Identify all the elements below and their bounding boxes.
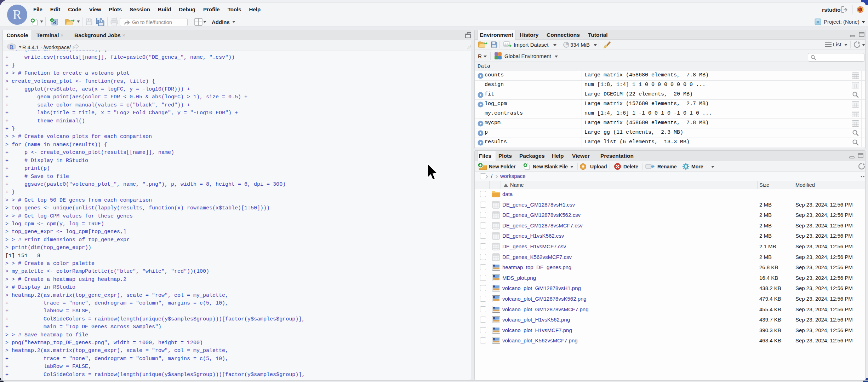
svg-text:R: R: [817, 20, 819, 24]
